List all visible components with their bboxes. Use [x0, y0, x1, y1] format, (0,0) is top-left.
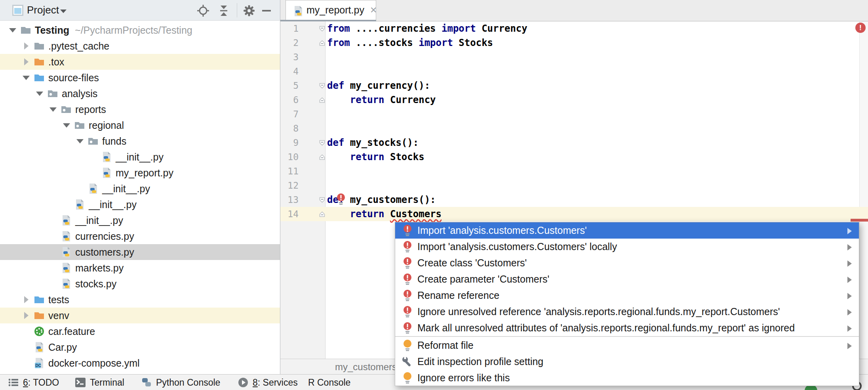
submenu-arrow-icon — [847, 260, 852, 267]
tool-window-button-python-console[interactable]: Python Console — [141, 375, 220, 390]
tree-item-markets[interactable]: markets.py — [0, 260, 280, 276]
tree-item-analysis[interactable]: analysis — [0, 86, 280, 101]
package-icon — [47, 88, 59, 99]
error-stripe-mark[interactable] — [851, 219, 868, 222]
submenu-arrow-icon — [847, 244, 852, 250]
settings-gear-icon[interactable] — [242, 4, 256, 17]
tree-item-car-py[interactable]: Car.py — [0, 339, 280, 355]
excluded-folder-icon — [33, 310, 45, 321]
python-file-icon — [101, 167, 112, 179]
collapse-all-icon[interactable] — [217, 4, 230, 17]
tool-window-button-terminal[interactable]: Terminal — [75, 375, 124, 390]
menu-item-ignore-unresolved-reference[interactable]: Ignore unresolved reference 'analysis.re… — [395, 304, 859, 320]
tree-item-testing[interactable]: Testing~/PycharmProjects/Testing — [0, 22, 280, 38]
error-bulb-icon — [402, 256, 413, 270]
submenu-arrow-icon — [847, 277, 852, 283]
error-bulb-icon[interactable] — [335, 193, 347, 207]
expand-arrow-icon[interactable] — [35, 89, 44, 98]
expand-arrow-icon[interactable] — [21, 57, 31, 67]
menu-item-ignore-errors-like-this[interactable]: Ignore errors like this — [395, 370, 859, 386]
intention-bulb-icon — [402, 339, 413, 352]
tree-item-pytest-cache[interactable]: .pytest_cache — [0, 38, 280, 54]
tree-item-currencies[interactable]: currencies.py — [0, 228, 280, 244]
tool-window-button-r-console[interactable]: R Console — [308, 375, 350, 390]
python-file-icon — [60, 214, 72, 226]
menu-item-create-parameter[interactable]: Create parameter 'Customers' — [395, 271, 859, 287]
code-line: from ....currencies import Currency — [280, 21, 868, 36]
expand-arrow-icon[interactable] — [21, 295, 31, 304]
tree-item-tests[interactable]: tests — [0, 292, 280, 308]
code-line: return Currency — [280, 93, 868, 107]
tab-my-report[interactable]: my_report.py ✕ — [286, 0, 376, 20]
tree-item-my-report[interactable]: my_report.py — [0, 165, 280, 181]
tree-item-source-files[interactable]: source-files — [0, 70, 280, 86]
python-file-icon — [33, 341, 45, 353]
tree-item-customers[interactable]: customers.py — [0, 244, 280, 260]
submenu-arrow-icon — [847, 228, 852, 234]
menu-item-edit-inspection-profile[interactable]: Edit inspection profile setting — [395, 354, 859, 370]
menu-item-rename-reference[interactable]: Rename reference — [395, 287, 859, 304]
tree-item-tox[interactable]: .tox — [0, 54, 280, 70]
expand-arrow-icon[interactable] — [62, 120, 71, 130]
tree-item-init-funds[interactable]: __init__.py — [0, 149, 280, 165]
code-line: def my_customers(): — [280, 193, 868, 207]
todo-list-icon — [8, 377, 19, 388]
line-number: 4 — [280, 64, 299, 78]
tree-item-regional[interactable]: regional — [0, 117, 280, 133]
line-number: 8 — [280, 121, 299, 136]
tree-item-venv[interactable]: venv — [0, 308, 280, 323]
tree-item-docker-compose[interactable]: DCdocker-compose.yml — [0, 355, 280, 371]
intention-bulb-icon — [402, 371, 413, 385]
menu-item-create-class[interactable]: Create class 'Customers' — [395, 255, 859, 271]
project-panel-title[interactable]: Project — [27, 4, 59, 16]
tool-window-button-todo[interactable]: 6: TODO — [8, 375, 59, 390]
project-tool-window: Project Testing~/PycharmProjects/Testing… — [0, 0, 280, 374]
toolbar-divider — [237, 3, 237, 17]
excluded-folder-icon — [33, 56, 45, 68]
expand-arrow-icon[interactable] — [48, 105, 58, 114]
close-icon[interactable]: ✕ — [370, 5, 377, 15]
expand-arrow-icon[interactable] — [75, 136, 85, 146]
python-file-icon — [101, 151, 112, 163]
menu-item-import-customers-locally[interactable]: Import 'analysis.customers.Customers' lo… — [395, 239, 859, 255]
code-line: from ....stocks import Stocks — [280, 36, 868, 50]
tree-item-init-regional[interactable]: __init__.py — [0, 181, 280, 197]
package-icon — [87, 135, 99, 147]
chevron-down-icon[interactable] — [60, 10, 67, 13]
expand-arrow-icon[interactable] — [21, 41, 31, 51]
breadcrumb-item[interactable]: my_customers — [335, 361, 397, 373]
tree-item-init-analysis[interactable]: __init__.py — [0, 212, 280, 228]
locate-icon[interactable] — [196, 4, 210, 17]
tree-item-reports[interactable]: reports — [0, 101, 280, 117]
tree-item-init-reports[interactable]: __init__.py — [0, 197, 280, 212]
expand-arrow-icon[interactable] — [21, 73, 31, 82]
python-file-icon — [292, 5, 303, 15]
code-line: return Stocks — [280, 150, 868, 164]
tree-item-stocks[interactable]: stocks.py — [0, 276, 280, 292]
menu-item-reformat-file[interactable]: Reformat file — [395, 337, 859, 354]
expand-arrow-icon[interactable] — [8, 25, 17, 35]
intention-actions-popup: Import 'analysis.customers.Customers' Im… — [395, 222, 859, 386]
expand-arrow-icon[interactable] — [21, 311, 31, 320]
tree-item-car-feature[interactable]: car.feature — [0, 323, 280, 339]
python-file-icon — [74, 199, 86, 210]
project-path: ~/PycharmProjects/Testing — [75, 25, 192, 36]
python-file-icon — [87, 183, 99, 195]
line-number: 12 — [280, 178, 299, 193]
editor-scrollbar[interactable] — [859, 21, 868, 359]
editor-tab-bar: my_report.py ✕ — [280, 0, 868, 21]
error-bulb-icon — [402, 240, 413, 254]
file-error-indicator-icon[interactable]: ! — [855, 23, 866, 33]
source-folder-icon — [33, 294, 45, 306]
menu-item-mark-all-unresolved-ignored[interactable]: Mark all unresolved attributes of 'analy… — [395, 320, 859, 336]
terminal-icon — [75, 377, 86, 388]
menu-item-import-customers[interactable]: Import 'analysis.customers.Customers' — [395, 222, 859, 239]
tool-window-button-services[interactable]: 8: Services — [238, 375, 298, 390]
unresolved-reference: Customers — [390, 208, 442, 220]
line-number: 11 — [280, 164, 299, 178]
tree-item-funds[interactable]: funds — [0, 133, 280, 149]
error-bulb-icon — [402, 224, 413, 237]
hide-icon[interactable] — [260, 4, 273, 17]
python-file-icon — [60, 246, 72, 258]
cucumber-file-icon — [33, 325, 45, 337]
